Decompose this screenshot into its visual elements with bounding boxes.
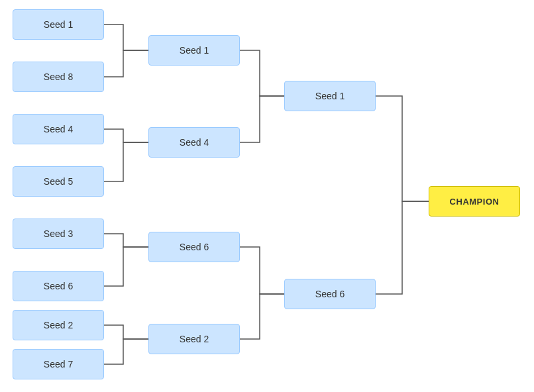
r1-seed5[interactable]: Seed 5 xyxy=(13,166,104,197)
r1-seed6[interactable]: Seed 6 xyxy=(13,271,104,301)
r1-seed3[interactable]: Seed 3 xyxy=(13,219,104,249)
r2-seed4[interactable]: Seed 4 xyxy=(148,127,240,158)
r1-seed1[interactable]: Seed 1 xyxy=(13,9,104,40)
r2-seed2[interactable]: Seed 2 xyxy=(148,324,240,354)
r1-seed7[interactable]: Seed 7 xyxy=(13,349,104,379)
r1-seed2[interactable]: Seed 2 xyxy=(13,310,104,340)
r2-seed1[interactable]: Seed 1 xyxy=(148,35,240,66)
r1-seed4[interactable]: Seed 4 xyxy=(13,114,104,144)
bracket-container: Seed 1 Seed 8 Seed 4 Seed 5 Seed 3 Seed … xyxy=(0,0,534,392)
r3-seed6[interactable]: Seed 6 xyxy=(284,279,376,309)
r2-seed6[interactable]: Seed 6 xyxy=(148,232,240,262)
r1-seed8[interactable]: Seed 8 xyxy=(13,62,104,92)
r3-seed1[interactable]: Seed 1 xyxy=(284,81,376,111)
champion-box[interactable]: CHAMPION xyxy=(429,186,520,217)
